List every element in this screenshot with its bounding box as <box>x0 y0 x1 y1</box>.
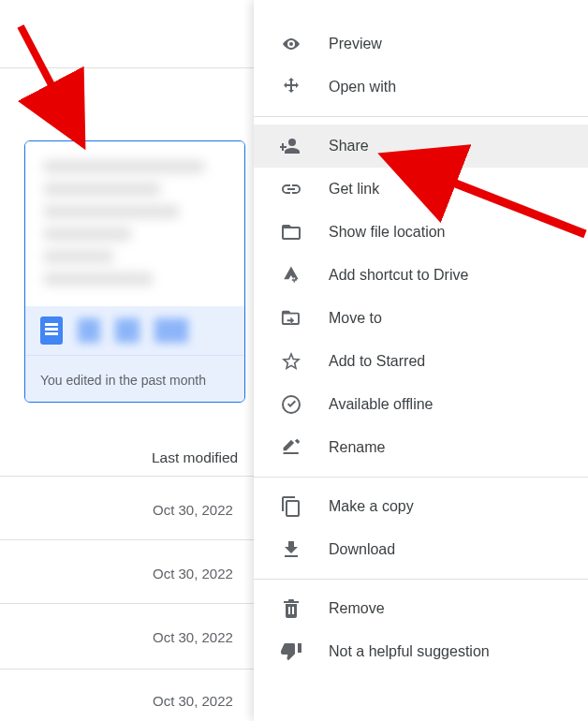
file-card[interactable]: You edited in the past month <box>24 140 245 403</box>
menu-get-link[interactable]: Get link <box>254 168 588 211</box>
menu-open-with[interactable]: Open with <box>254 66 588 109</box>
menu-rename[interactable]: Rename <box>254 426 588 469</box>
star-icon <box>280 350 302 373</box>
menu-divider <box>254 477 588 478</box>
menu-label: Available offline <box>329 396 434 413</box>
menu-label: Remove <box>329 600 385 617</box>
drive-shortcut-icon <box>280 264 302 287</box>
folder-icon <box>280 221 302 243</box>
menu-label: Add shortcut to Drive <box>329 267 468 284</box>
menu-label: Rename <box>329 439 385 456</box>
eye-icon <box>280 33 302 55</box>
copy-icon <box>280 495 302 518</box>
menu-label: Share <box>329 138 369 154</box>
context-menu: Preview Open with Share Get link Show fi… <box>254 0 588 721</box>
menu-add-shortcut[interactable]: Add shortcut to Drive <box>254 254 588 297</box>
menu-divider <box>254 116 588 117</box>
menu-label: Move to <box>329 310 382 327</box>
menu-divider <box>254 579 588 580</box>
google-docs-icon <box>40 316 63 345</box>
menu-label: Get link <box>329 181 379 198</box>
menu-make-copy[interactable]: Make a copy <box>254 485 588 528</box>
menu-add-starred[interactable]: Add to Starred <box>254 340 588 383</box>
list-item-date: Oct 30, 2022 <box>153 693 233 709</box>
menu-label: Preview <box>329 36 382 52</box>
menu-label: Not a helpful suggestion <box>329 643 490 660</box>
offline-check-icon <box>280 393 302 416</box>
menu-share[interactable]: Share <box>254 125 588 168</box>
menu-available-offline[interactable]: Available offline <box>254 383 588 426</box>
menu-label: Make a copy <box>329 498 414 515</box>
person-add-icon <box>280 135 302 157</box>
menu-download[interactable]: Download <box>254 528 588 571</box>
folder-move-icon <box>280 307 302 330</box>
file-name-row <box>25 306 244 355</box>
thumb-down-icon <box>280 640 302 663</box>
pencil-icon <box>280 436 302 459</box>
link-icon <box>280 178 302 200</box>
menu-remove[interactable]: Remove <box>254 587 588 630</box>
menu-preview[interactable]: Preview <box>254 22 588 66</box>
download-icon <box>280 538 302 561</box>
menu-label: Open with <box>329 79 396 96</box>
menu-label: Show file location <box>329 224 446 241</box>
menu-not-helpful[interactable]: Not a helpful suggestion <box>254 630 588 673</box>
file-activity-text: You edited in the past month <box>40 373 206 388</box>
file-activity-footer: You edited in the past month <box>25 355 244 403</box>
file-thumbnail <box>25 141 244 306</box>
menu-move-to[interactable]: Move to <box>254 297 588 340</box>
trash-icon <box>280 597 302 620</box>
list-item-date: Oct 30, 2022 <box>153 566 233 581</box>
menu-label: Download <box>329 541 395 558</box>
list-item-date: Oct 30, 2022 <box>153 629 233 645</box>
list-item-date: Oct 30, 2022 <box>153 502 233 518</box>
column-header-last-modified[interactable]: Last modified <box>152 449 238 466</box>
arrows-expand-icon <box>280 76 302 98</box>
menu-label: Add to Starred <box>329 353 425 370</box>
menu-show-location[interactable]: Show file location <box>254 211 588 254</box>
